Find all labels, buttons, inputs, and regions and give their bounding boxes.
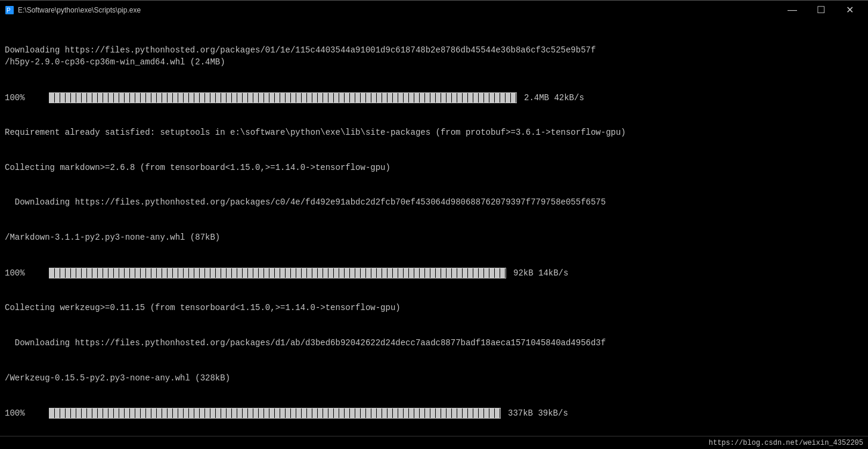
progress-cell: [414, 408, 420, 418]
progress-line-1: 100%: [5, 92, 863, 103]
progress-cell: [388, 408, 393, 418]
progress-cell: [98, 408, 103, 418]
progress-cell: [409, 408, 414, 418]
progress-cell: [243, 268, 248, 278]
progress-cell: [463, 408, 468, 418]
progress-cell: [484, 268, 489, 278]
progress-cell: [312, 268, 318, 278]
progress-cell: [312, 408, 318, 418]
progress-cell: [87, 268, 92, 278]
progress-cell: [388, 268, 393, 278]
progress-cell: [489, 93, 495, 103]
progress-cell: [291, 268, 296, 278]
terminal-line-1: Downloading https://files.pythonhosted.o…: [5, 45, 863, 68]
progress-cell: [489, 408, 495, 418]
progress-cell: [264, 268, 269, 278]
progress-cell: [103, 268, 108, 278]
progress-cell: [189, 408, 194, 418]
progress-cell: [119, 268, 125, 278]
progress-cell: [264, 408, 269, 418]
minimize-button[interactable]: —: [779, 1, 806, 20]
progress-cell: [184, 408, 189, 418]
progress-cell: [205, 408, 210, 418]
progress-cell: [189, 93, 194, 103]
progress-cell: [404, 268, 409, 278]
progress-cell: [275, 408, 280, 418]
progress-cell: [495, 268, 500, 278]
progress-cell: [388, 93, 393, 103]
progress-cell: [382, 268, 388, 278]
progress-cell: [173, 268, 178, 278]
progress-cell: [479, 408, 484, 418]
progress-cell: [125, 93, 130, 103]
progress-cell: [409, 93, 414, 103]
progress-cell: [328, 93, 334, 103]
progress-cell: [130, 268, 135, 278]
progress-cell: [500, 268, 506, 278]
progress-cell: [119, 408, 125, 418]
progress-cell: [484, 93, 489, 103]
progress-cell: [404, 408, 409, 418]
progress-cell: [441, 93, 447, 103]
progress-cell: [286, 408, 291, 418]
progress-cell: [500, 93, 506, 103]
progress-cell: [87, 93, 92, 103]
progress-cell: [350, 268, 355, 278]
progress-label-3: 100%: [5, 408, 46, 418]
progress-cell: [194, 93, 200, 103]
progress-cell: [457, 408, 463, 418]
progress-cell: [221, 93, 227, 103]
progress-cell: [232, 268, 237, 278]
progress-cell: [393, 408, 398, 418]
close-button[interactable]: ✕: [836, 1, 863, 20]
progress-cell: [420, 408, 425, 418]
progress-cell: [436, 268, 441, 278]
progress-cell: [345, 408, 350, 418]
progress-bar-1: [49, 92, 517, 103]
progress-cell: [71, 93, 76, 103]
progress-cell: [291, 408, 296, 418]
progress-cell: [318, 93, 323, 103]
progress-cell: [420, 93, 425, 103]
progress-cell: [269, 93, 275, 103]
progress-cell: [237, 408, 243, 418]
progress-cell: [108, 408, 114, 418]
progress-cell: [355, 268, 361, 278]
progress-cell: [291, 93, 296, 103]
progress-cell: [280, 408, 286, 418]
progress-cell: [178, 93, 184, 103]
progress-cell: [194, 268, 200, 278]
progress-cell: [296, 93, 302, 103]
maximize-button[interactable]: ☐: [807, 1, 835, 20]
footer-url: https://blog.csdn.net/weixin_4352205: [709, 439, 863, 447]
progress-cell: [441, 268, 447, 278]
terminal-line-dl3: Downloading https://files.pythonhosted.o…: [5, 337, 863, 349]
progress-cell: [328, 268, 334, 278]
terminal-content-3: Collecting werkzeug>=0.11.15 (from tenso…: [5, 279, 863, 408]
progress-cell: [302, 93, 307, 103]
progress-cell: [98, 93, 103, 103]
progress-cell: [200, 93, 205, 103]
progress-cell: [157, 268, 162, 278]
progress-cell: [151, 408, 157, 418]
progress-cell: [227, 268, 232, 278]
progress-cell: [436, 93, 441, 103]
progress-cell: [189, 268, 194, 278]
progress-cell: [377, 408, 382, 418]
title-bar: P E:\Software\python\exe\Scripts\pip.exe…: [0, 0, 868, 19]
progress-cell: [114, 408, 119, 418]
progress-cell: [361, 408, 366, 418]
progress-cell: [146, 93, 151, 103]
progress-cell: [173, 408, 178, 418]
progress-cell: [87, 408, 92, 418]
progress-cell: [108, 268, 114, 278]
progress-bar-2: [49, 268, 506, 278]
terminal-line-collecting-md: Collecting markdown>=2.6.8 (from tensorb…: [5, 162, 863, 174]
progress-cell: [76, 408, 82, 418]
progress-cell: [452, 268, 457, 278]
progress-cell: [119, 93, 125, 103]
progress-cell: [216, 408, 221, 418]
progress-cell: [323, 93, 328, 103]
progress-cell: [377, 268, 382, 278]
progress-cell: [55, 93, 60, 103]
